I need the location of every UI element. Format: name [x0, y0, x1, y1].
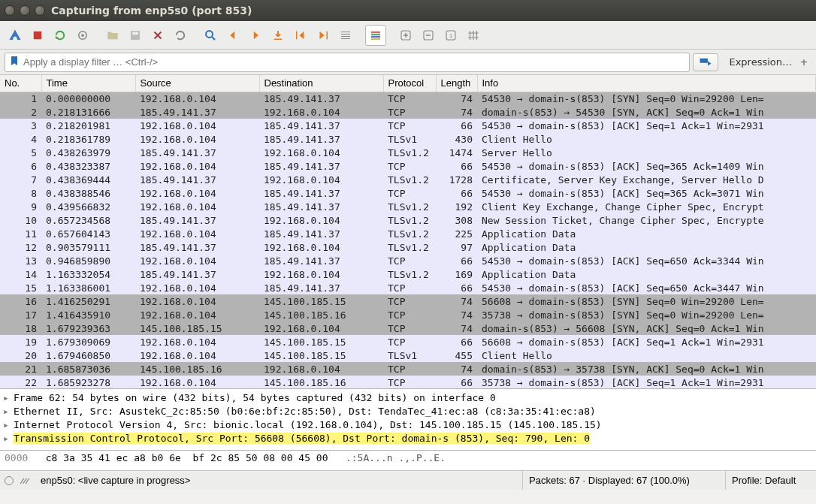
- packet-list-pane[interactable]: No. Time Source Destination Protocol Len…: [0, 75, 816, 389]
- detail-ip[interactable]: ▸Internet Protocol Version 4, Src: bioni…: [3, 418, 813, 431]
- auto-scroll-button[interactable]: [335, 25, 356, 46]
- hex-bytes: c8 3a 35 41 ec a8 b0 6e bf 2c 85 50 08 0…: [46, 452, 328, 463]
- svg-rect-11: [371, 35, 380, 37]
- stop-capture-button[interactable]: [27, 25, 48, 46]
- expand-icon[interactable]: ▸: [3, 406, 11, 417]
- col-header-time[interactable]: Time: [41, 75, 135, 92]
- expression-button[interactable]: Expression…: [727, 56, 793, 68]
- svg-point-2: [81, 34, 84, 37]
- save-file-button[interactable]: [125, 25, 146, 46]
- resize-columns-button[interactable]: [463, 25, 484, 46]
- window-title: Capturing from enp5s0 (port 853): [51, 5, 252, 17]
- close-file-button[interactable]: [147, 25, 168, 46]
- packet-row[interactable]: 221.685923278192.168.0.104145.100.185.16…: [0, 376, 816, 389]
- col-header-source[interactable]: Source: [135, 75, 259, 92]
- window-titlebar: Capturing from enp5s0 (port 853): [0, 0, 816, 21]
- packet-row[interactable]: 161.416250291192.168.0.104145.100.185.15…: [0, 294, 816, 308]
- packet-row[interactable]: 201.679460850192.168.0.104145.100.185.15…: [0, 349, 816, 362]
- minimize-window-button[interactable]: [20, 5, 30, 16]
- packet-row[interactable]: 181.679239363145.100.185.15192.168.0.104…: [0, 321, 816, 335]
- detail-frame[interactable]: ▸Frame 62: 54 bytes on wire (432 bits), …: [3, 391, 813, 404]
- reload-button[interactable]: [170, 25, 191, 46]
- packet-row[interactable]: 30.218201981192.168.0.104185.49.141.37TC…: [0, 119, 816, 132]
- start-capture-button[interactable]: [5, 25, 26, 46]
- svg-point-5: [206, 31, 213, 38]
- expert-info-icon[interactable]: [5, 476, 14, 485]
- svg-rect-7: [296, 31, 298, 39]
- col-header-destination[interactable]: Destination: [259, 75, 383, 92]
- window-controls: [5, 5, 45, 16]
- restart-capture-button[interactable]: [50, 25, 71, 46]
- packet-details-pane[interactable]: ▸Frame 62: 54 bytes on wire (432 bits), …: [0, 389, 816, 451]
- open-file-button[interactable]: [102, 25, 123, 46]
- maximize-window-button[interactable]: [35, 5, 45, 16]
- svg-rect-9: [371, 31, 380, 32]
- packet-row[interactable]: 151.163386001192.168.0.104185.49.141.37T…: [0, 281, 816, 294]
- zoom-out-button[interactable]: [418, 25, 439, 46]
- col-header-length[interactable]: Length: [436, 75, 477, 92]
- packet-row[interactable]: 20.218131666185.49.141.37192.168.0.104TC…: [0, 105, 816, 119]
- packet-row[interactable]: 100.657234568185.49.141.37192.168.0.104T…: [0, 213, 816, 227]
- packet-list-header[interactable]: No. Time Source Destination Protocol Len…: [0, 75, 816, 92]
- display-filter-bar: Expression… +: [0, 50, 816, 75]
- go-first-button[interactable]: [290, 25, 311, 46]
- svg-rect-10: [371, 33, 380, 35]
- display-filter-input[interactable]: [23, 56, 686, 68]
- go-last-button[interactable]: [313, 25, 334, 46]
- add-filter-button[interactable]: +: [796, 56, 811, 68]
- svg-rect-8: [327, 31, 328, 39]
- packet-row[interactable]: 50.438263979185.49.141.37192.168.0.104TL…: [0, 146, 816, 159]
- packet-row[interactable]: 120.903579111185.49.141.37192.168.0.104T…: [0, 240, 816, 254]
- svg-text:1: 1: [449, 32, 452, 39]
- packet-row[interactable]: 171.416435910192.168.0.104145.100.185.16…: [0, 308, 816, 321]
- zoom-in-button[interactable]: [395, 25, 416, 46]
- colorize-button[interactable]: [365, 25, 386, 46]
- filter-bookmark-icon[interactable]: [8, 55, 20, 69]
- svg-rect-4: [132, 32, 138, 35]
- packet-bytes-pane[interactable]: 0000 c8 3a 35 41 ec a8 b0 6e bf 2c 85 50…: [0, 451, 816, 470]
- go-back-button[interactable]: [222, 25, 243, 46]
- close-window-button[interactable]: [5, 5, 15, 16]
- packet-row[interactable]: 141.163332054185.49.141.37192.168.0.104T…: [0, 267, 816, 281]
- packet-row[interactable]: 191.679309069192.168.0.104145.100.185.15…: [0, 335, 816, 349]
- main-toolbar: 1: [0, 21, 816, 50]
- hex-ascii: .:5A...n .,.P..E.: [346, 452, 446, 463]
- packet-row[interactable]: 70.438369444185.49.141.37192.168.0.104TL…: [0, 173, 816, 186]
- status-bar: enp5s0: <live capture in progress> Packe…: [0, 470, 816, 490]
- status-interface: enp5s0: <live capture in progress>: [35, 471, 523, 490]
- packet-row[interactable]: 40.218361789192.168.0.104185.49.141.37TL…: [0, 132, 816, 146]
- apply-filter-button[interactable]: [693, 53, 718, 71]
- svg-rect-0: [34, 31, 42, 39]
- status-packets: Packets: 67 · Displayed: 67 (100.0%): [523, 471, 726, 490]
- col-header-protocol[interactable]: Protocol: [383, 75, 436, 92]
- find-packet-button[interactable]: [200, 25, 221, 46]
- status-profile[interactable]: Profile: Default: [726, 471, 816, 490]
- capture-options-button[interactable]: [72, 25, 93, 46]
- hex-offset: 0000: [5, 452, 28, 463]
- go-to-packet-button[interactable]: [267, 25, 289, 46]
- col-header-info[interactable]: Info: [477, 75, 816, 92]
- packet-row[interactable]: 10.000000000192.168.0.104185.49.141.37TC…: [0, 92, 816, 105]
- expand-icon[interactable]: ▸: [3, 433, 11, 444]
- detail-tcp[interactable]: ▸Transmission Control Protocol, Src Port…: [3, 431, 813, 445]
- go-forward-button[interactable]: [245, 25, 266, 46]
- svg-rect-6: [274, 38, 283, 40]
- col-header-no[interactable]: No.: [0, 75, 41, 92]
- capture-mode-icon[interactable]: [20, 474, 30, 487]
- display-filter-field[interactable]: [5, 53, 690, 72]
- svg-rect-12: [371, 38, 380, 39]
- zoom-reset-button[interactable]: 1: [440, 25, 461, 46]
- packet-row[interactable]: 90.439566832192.168.0.104185.49.141.37TL…: [0, 200, 816, 213]
- expand-icon[interactable]: ▸: [3, 419, 11, 430]
- packet-row[interactable]: 130.946859890192.168.0.104185.49.141.37T…: [0, 254, 816, 267]
- packet-row[interactable]: 80.438388546192.168.0.104185.49.141.37TC…: [0, 186, 816, 200]
- packet-row[interactable]: 110.657604143192.168.0.104185.49.141.37T…: [0, 227, 816, 240]
- expand-icon[interactable]: ▸: [3, 392, 11, 403]
- packet-row[interactable]: 60.438323387192.168.0.104185.49.141.37TC…: [0, 159, 816, 173]
- packet-row[interactable]: 211.685873036145.100.185.16192.168.0.104…: [0, 362, 816, 376]
- detail-ethernet[interactable]: ▸Ethernet II, Src: AsustekC_2c:85:50 (b0…: [3, 404, 813, 418]
